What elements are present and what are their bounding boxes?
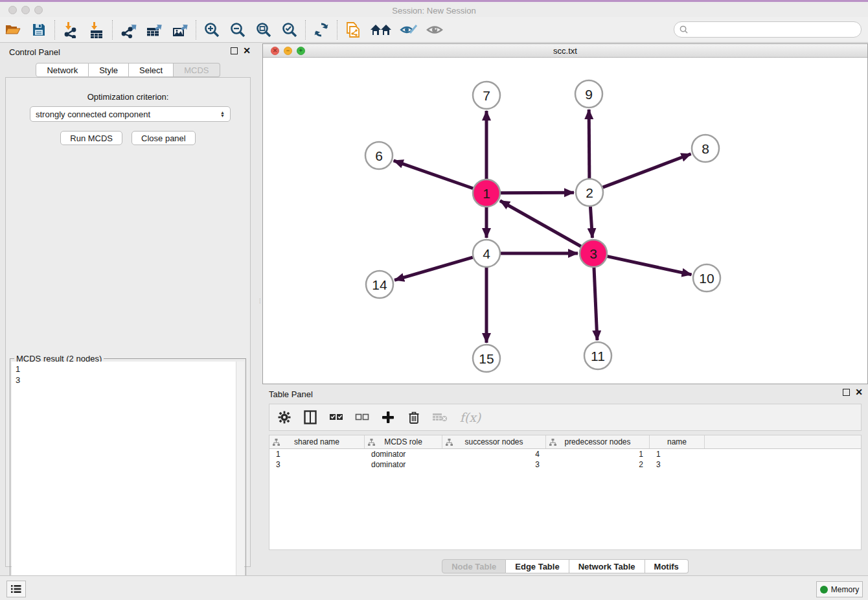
status-bar: Memory xyxy=(0,575,868,600)
hierarchy-icon xyxy=(549,439,556,446)
column-header-predecessor-nodes[interactable]: predecessor nodes xyxy=(546,435,650,448)
export-image-icon[interactable] xyxy=(167,18,193,41)
network-title: scc.txt xyxy=(263,46,867,56)
graph-node-11[interactable]: 11 xyxy=(584,342,611,369)
show-eye-icon[interactable] xyxy=(422,18,448,41)
column-header-successor-nodes[interactable]: successor nodes xyxy=(442,435,546,448)
edge-2-8[interactable] xyxy=(603,154,691,188)
zoom-selected-icon[interactable] xyxy=(277,18,303,41)
column-header-shared-name[interactable]: shared name xyxy=(269,435,365,448)
graph-node-15[interactable]: 15 xyxy=(473,345,500,372)
zoom-fit-icon[interactable] xyxy=(251,18,277,41)
deselect-all-icon[interactable] xyxy=(354,408,371,427)
svg-text:8: 8 xyxy=(702,141,709,156)
app-title: Session: New Session xyxy=(0,6,868,16)
hide-selected-icon[interactable] xyxy=(396,18,422,41)
edge-2-9[interactable] xyxy=(589,110,589,178)
tab-edge-table[interactable]: Edge Table xyxy=(506,559,569,573)
table-panel-title: Table Panel xyxy=(269,389,313,399)
mcds-panel: Optimization criterion: strongly connect… xyxy=(5,77,251,567)
table-cell[interactable]: 2 xyxy=(546,460,650,469)
memory-button[interactable]: Memory xyxy=(816,581,863,597)
control-panel-tabs: NetworkStyleSelectMCDS xyxy=(0,63,256,77)
export-table-icon[interactable] xyxy=(141,18,167,41)
edge-4-14[interactable] xyxy=(394,257,473,280)
table-row[interactable]: 3dominator323 xyxy=(269,459,861,470)
graph-node-3[interactable]: 3 xyxy=(580,240,607,267)
graph-node-4[interactable]: 4 xyxy=(473,240,500,267)
table-cell[interactable]: 4 xyxy=(442,450,546,459)
close-panel-button[interactable]: Close panel xyxy=(131,131,196,145)
graph-node-6[interactable]: 6 xyxy=(365,142,393,169)
gear-icon[interactable] xyxy=(276,408,293,427)
save-session-icon[interactable] xyxy=(26,18,52,41)
table-cell[interactable]: 1 xyxy=(650,450,705,459)
zoom-out-icon[interactable] xyxy=(225,18,251,41)
result-scrollbar[interactable] xyxy=(236,362,244,596)
graph-node-9[interactable]: 9 xyxy=(575,80,602,108)
svg-text:15: 15 xyxy=(479,351,494,366)
select-all-icon[interactable] xyxy=(328,408,345,427)
edge-1-6[interactable] xyxy=(394,161,474,189)
tab-node-table[interactable]: Node Table xyxy=(442,559,506,573)
search-field[interactable] xyxy=(691,25,861,34)
search-input[interactable] xyxy=(674,21,862,38)
column-header-name[interactable]: name xyxy=(650,435,705,448)
zoom-in-icon[interactable] xyxy=(199,18,225,41)
table-toolbar: f(x) xyxy=(269,404,862,431)
tab-select[interactable]: Select xyxy=(129,63,174,77)
delete-icon[interactable] xyxy=(405,408,422,427)
edge-3-11[interactable] xyxy=(594,268,597,340)
criterion-select[interactable]: strongly connected component ▲▼ xyxy=(30,106,231,122)
duplicate-network-icon[interactable] xyxy=(340,18,366,41)
table-cell[interactable]: dominator xyxy=(365,450,442,459)
run-mcds-button[interactable]: Run MCDS xyxy=(60,131,122,145)
tab-style[interactable]: Style xyxy=(89,63,129,77)
open-file-icon[interactable] xyxy=(0,18,26,41)
graph-node-2[interactable]: 2 xyxy=(576,179,603,206)
add-column-icon[interactable] xyxy=(380,408,396,427)
network-titlebar[interactable]: ✕ − + scc.txt xyxy=(263,44,867,58)
table-cell[interactable]: 3 xyxy=(442,460,546,469)
edge-3-10[interactable] xyxy=(607,257,691,275)
network-window: ✕ − + scc.txt 7968124314101511 xyxy=(262,43,868,384)
tab-motifs[interactable]: Motifs xyxy=(645,559,689,573)
import-network-icon[interactable] xyxy=(58,18,84,41)
edge-3-1[interactable] xyxy=(500,201,581,246)
tab-mcds[interactable]: MCDS xyxy=(174,63,220,77)
home-layout-icon[interactable] xyxy=(366,18,396,41)
table-cell[interactable]: 1 xyxy=(269,450,365,459)
toolbar-separator xyxy=(305,20,306,40)
graph-node-1[interactable]: 1 xyxy=(473,179,500,207)
import-table-icon[interactable] xyxy=(84,18,109,41)
tab-network[interactable]: Network xyxy=(36,63,89,77)
table-header-row: shared nameMCDS rolesuccessor nodesprede… xyxy=(269,435,861,449)
tab-network-table[interactable]: Network Table xyxy=(569,559,645,573)
column-header-MCDS-role[interactable]: MCDS role xyxy=(365,435,442,448)
graph-node-7[interactable]: 7 xyxy=(473,82,500,109)
column-icon[interactable] xyxy=(302,408,319,427)
task-list-icon[interactable] xyxy=(6,581,26,597)
float-panel-icon[interactable] xyxy=(231,47,238,54)
close-panel-icon[interactable]: ✕ xyxy=(243,47,251,54)
table-cell[interactable]: 3 xyxy=(269,460,365,469)
svg-text:10: 10 xyxy=(699,271,714,286)
network-canvas[interactable]: 7968124314101511 xyxy=(263,58,867,384)
float-table-panel-icon[interactable] xyxy=(843,389,850,396)
edge-2-3[interactable] xyxy=(590,207,592,238)
table-row[interactable]: 1dominator411 xyxy=(269,449,861,459)
node-table[interactable]: shared nameMCDS rolesuccessor nodesprede… xyxy=(269,435,862,550)
graph-node-14[interactable]: 14 xyxy=(366,271,393,298)
table-cell[interactable]: 3 xyxy=(650,460,705,469)
edge-1-2[interactable] xyxy=(501,192,574,193)
graph-node-10[interactable]: 10 xyxy=(693,264,720,292)
close-table-panel-icon[interactable]: ✕ xyxy=(855,389,863,396)
graph-node-8[interactable]: 8 xyxy=(692,135,719,162)
splitter-handle[interactable]: ⋮ xyxy=(257,298,262,304)
table-cell[interactable]: dominator xyxy=(365,460,442,469)
mcds-result-list[interactable]: 13 xyxy=(12,362,244,596)
table-cell[interactable]: 1 xyxy=(546,450,650,459)
export-network-icon[interactable] xyxy=(115,18,141,41)
svg-text:1: 1 xyxy=(483,186,490,201)
refresh-icon[interactable] xyxy=(308,18,334,41)
